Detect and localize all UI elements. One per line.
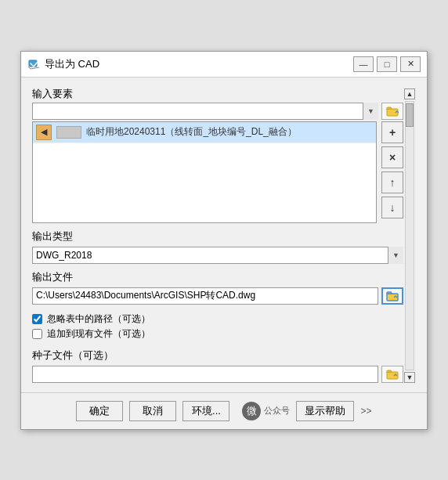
browse-seed-button[interactable] [381, 366, 403, 383]
output-type-label: 输出类型 [32, 229, 403, 244]
browse-output-button[interactable] [381, 287, 403, 305]
output-type-dropdown-wrapper: DWG_R2018 DWG_R2007 DWG_R2004 DXF_R2018 … [32, 247, 403, 264]
input-list-section: ◀ 临时用地20240311（线转面_地块编号_DL_融合） + × ↑ ↓ [32, 121, 403, 223]
output-file-section: 输出文件 [32, 270, 403, 305]
input-dropdown-wrapper: ▼ [32, 103, 378, 120]
seed-file-label: 种子文件（可选） [32, 348, 403, 363]
move-up-button[interactable]: ↑ [381, 171, 403, 193]
ignore-path-checkbox[interactable] [32, 314, 42, 324]
more-button[interactable]: >> [360, 406, 371, 417]
minimize-button[interactable]: — [353, 56, 374, 72]
move-down-button[interactable]: ↓ [381, 197, 403, 218]
browse-input-button[interactable] [381, 103, 403, 120]
scroll-up-button[interactable]: ▲ [404, 88, 415, 99]
output-file-label: 输出文件 [32, 270, 403, 284]
close-button[interactable]: ✕ [400, 56, 421, 72]
seed-file-row [32, 366, 403, 383]
window-icon [27, 58, 40, 70]
title-bar-controls: — □ ✕ [353, 56, 421, 72]
seed-file-section: 种子文件（可选） [32, 348, 403, 383]
nav-left-icon: ◀ [36, 125, 52, 140]
remove-item-button[interactable]: × [381, 146, 403, 168]
output-type-section: 输出类型 DWG_R2018 DWG_R2007 DWG_R2004 DXF_R… [32, 229, 403, 264]
output-type-dropdown[interactable]: DWG_R2018 DWG_R2007 DWG_R2004 DXF_R2018 [32, 247, 403, 264]
append-existing-row: 追加到现有文件（可选） [32, 327, 403, 341]
append-existing-label[interactable]: 追加到现有文件（可选） [47, 327, 150, 341]
watermark-icon: 微 [242, 402, 261, 420]
environment-button[interactable]: 环境... [182, 401, 229, 421]
input-list[interactable]: ◀ 临时用地20240311（线转面_地块编号_DL_融合） [32, 121, 377, 223]
window-title: 导出为 CAD [45, 57, 349, 71]
scroll-thumb[interactable] [406, 103, 414, 127]
cancel-button[interactable]: 取消 [129, 401, 176, 421]
scroll-track [405, 101, 414, 370]
title-bar: 导出为 CAD — □ ✕ [21, 52, 427, 78]
main-content: 输入要素 ▼ [32, 87, 403, 383]
list-item[interactable]: ◀ 临时用地20240311（线转面_地块编号_DL_融合） [33, 122, 376, 143]
seed-file-input[interactable] [32, 366, 378, 383]
list-item-text: 临时用地20240311（线转面_地块编号_DL_融合） [86, 125, 373, 139]
main-window: 导出为 CAD — □ ✕ 输入要素 ▼ [20, 51, 428, 430]
watermark-text: 公众号 [264, 405, 290, 417]
ignore-path-label[interactable]: 忽略表中的路径（可选） [47, 312, 150, 326]
scroll-down-button[interactable]: ▼ [404, 372, 415, 383]
layer-thumb [56, 126, 81, 139]
side-buttons: + × ↑ ↓ [381, 121, 403, 218]
help-button[interactable]: 显示帮助 [296, 401, 354, 421]
watermark-area: 微 公众号 [242, 402, 290, 420]
input-dropdown[interactable] [32, 103, 378, 120]
input-top-row: ▼ [32, 103, 403, 120]
content-area: 输入要素 ▼ [21, 78, 427, 392]
confirm-button[interactable]: 确定 [76, 401, 123, 421]
input-elements-section: 输入要素 ▼ [32, 87, 403, 223]
output-file-input[interactable] [32, 287, 378, 305]
checkboxes-section: 忽略表中的路径（可选） 追加到现有文件（可选） [32, 311, 403, 342]
bottom-bar: 确定 取消 环境... 微 公众号 显示帮助 >> [21, 392, 427, 429]
output-file-row [32, 287, 403, 305]
right-scrollbar: ▲ ▼ [403, 87, 416, 383]
append-existing-checkbox[interactable] [32, 329, 42, 339]
ignore-path-row: 忽略表中的路径（可选） [32, 312, 403, 326]
add-item-button[interactable]: + [381, 121, 403, 143]
maximize-button[interactable]: □ [377, 56, 397, 72]
input-elements-label: 输入要素 [32, 87, 403, 101]
